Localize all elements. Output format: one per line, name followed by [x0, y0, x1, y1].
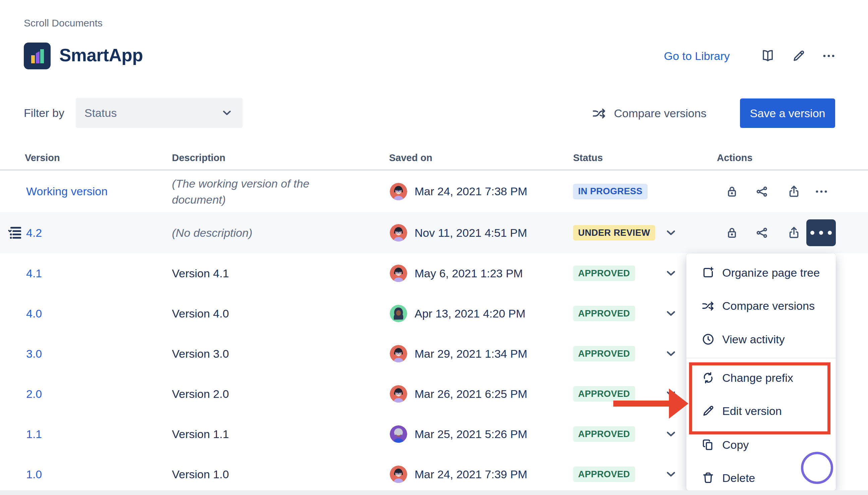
saved-on-date: Mar 26, 2021 6:25 PM — [415, 388, 527, 400]
go-to-library-link[interactable]: Go to Library — [664, 50, 730, 63]
version-description: Version 2.0 — [172, 386, 339, 402]
table-row-working-version: Working version(The working version of t… — [0, 170, 868, 212]
lock-icon[interactable] — [725, 185, 739, 199]
status-chevron-down-icon[interactable] — [664, 226, 678, 239]
version-description: Version 4.1 — [172, 265, 339, 281]
version-link[interactable]: 4.0 — [26, 307, 42, 320]
scroll-documents-screen: Scroll Documents SmartApp Go to Library … — [0, 0, 868, 495]
avatar — [390, 465, 407, 483]
saved-on-date: Apr 13, 2021 4:20 PM — [415, 307, 525, 320]
version-link[interactable]: 1.0 — [26, 468, 42, 481]
version-link[interactable]: 4.1 — [26, 267, 42, 280]
saved-on-date: Mar 24, 2021 7:39 PM — [415, 468, 527, 481]
shuffle-icon — [701, 299, 715, 312]
annotation-arrow-head — [669, 389, 688, 419]
saved-on-date: Mar 29, 2021 1:34 PM — [415, 347, 527, 360]
annotation-highlight-box — [689, 362, 831, 434]
bar-chart-logo-icon — [24, 42, 51, 69]
avatar — [390, 425, 407, 443]
version-description: (No description) — [172, 225, 339, 241]
version-link[interactable]: 1.1 — [26, 428, 42, 441]
annotation-circle — [801, 452, 833, 484]
compare-versions-button[interactable]: Compare versions — [592, 106, 706, 121]
menu-item-label: View activity — [722, 333, 785, 346]
row-more-actions-button-active[interactable] — [806, 219, 836, 246]
trash-icon — [701, 471, 715, 484]
saved-on-date: Mar 24, 2021 7:38 PM — [415, 185, 527, 198]
avatar — [390, 305, 407, 322]
menu-item-label: Compare versions — [722, 300, 815, 312]
status-filter-value: Status — [84, 106, 117, 120]
page-title: SmartApp — [59, 45, 143, 65]
menu-item-view-activity[interactable]: View activity — [686, 323, 836, 355]
share-icon[interactable] — [755, 185, 769, 199]
lock-icon[interactable] — [725, 226, 739, 240]
annotation-arrow — [613, 400, 670, 407]
export-icon[interactable] — [787, 226, 801, 240]
saved-on-date: May 6, 2021 1:23 PM — [415, 267, 523, 280]
compare-versions-label: Compare versions — [614, 107, 706, 120]
share-icon[interactable] — [755, 226, 769, 240]
status-chevron-down-icon[interactable] — [664, 267, 678, 280]
status-badge: APPROVED — [573, 466, 635, 482]
version-link[interactable]: 4.2 — [26, 226, 42, 239]
status-badge: IN PROGRESS — [573, 184, 648, 199]
app-logo — [24, 42, 51, 69]
clock-icon — [701, 332, 715, 346]
version-link[interactable]: Working version — [26, 185, 107, 198]
column-header-saved-on: Saved on — [389, 152, 432, 164]
column-header-version: Version — [25, 152, 60, 164]
status-chevron-down-icon[interactable] — [664, 307, 678, 320]
current-version-icon — [7, 212, 24, 253]
status-badge: APPROVED — [573, 386, 635, 402]
version-link[interactable]: 3.0 — [26, 347, 42, 360]
status-badge: APPROVED — [573, 266, 635, 281]
version-description: (The working version of the document) — [172, 175, 339, 208]
column-header-status: Status — [573, 152, 603, 164]
avatar — [390, 345, 407, 362]
version-description: Version 1.1 — [172, 426, 339, 442]
status-badge: APPROVED — [573, 426, 635, 442]
status-chevron-down-icon[interactable] — [664, 427, 678, 441]
save-version-button[interactable]: Save a version — [740, 99, 835, 128]
book-icon[interactable] — [761, 49, 775, 64]
status-chevron-down-icon[interactable] — [664, 347, 678, 360]
menu-item-label: Copy — [722, 439, 749, 451]
chevron-down-icon — [220, 106, 233, 119]
version-description: Version 3.0 — [172, 346, 339, 362]
saved-on-date: Mar 25, 2021 5:26 PM — [415, 428, 527, 441]
avatar — [390, 385, 407, 403]
menu-divider — [686, 358, 836, 358]
version-description: Version 1.0 — [172, 466, 339, 482]
breadcrumb[interactable]: Scroll Documents — [24, 17, 103, 29]
row-more-actions-icon[interactable] — [814, 185, 829, 199]
version-description: Version 4.0 — [172, 305, 339, 322]
column-header-actions: Actions — [717, 152, 752, 164]
version-link[interactable]: 2.0 — [26, 388, 42, 400]
status-badge: APPROVED — [573, 346, 635, 361]
status-badge: APPROVED — [573, 306, 635, 321]
export-icon[interactable] — [787, 185, 801, 199]
status-filter-dropdown[interactable]: Status — [76, 98, 243, 128]
page-add-icon — [701, 266, 715, 279]
filter-by-label: Filter by — [24, 106, 64, 120]
table-row-4.2: 4.2(No description) Nov 11, 2021 4:51 PM… — [0, 212, 868, 253]
status-chevron-down-icon[interactable] — [664, 467, 678, 481]
shuffle-icon — [592, 106, 606, 121]
pencil-icon[interactable] — [791, 49, 806, 64]
menu-item-label: Organize page tree — [722, 266, 820, 279]
menu-item-label: Delete — [722, 472, 755, 484]
saved-on-date: Nov 11, 2021 4:51 PM — [415, 226, 527, 239]
page-bottom-edge — [0, 490, 868, 495]
menu-item-organize-page-tree[interactable]: Organize page tree — [686, 257, 836, 289]
avatar — [390, 183, 407, 200]
avatar — [390, 224, 407, 241]
column-header-description: Description — [172, 152, 226, 164]
status-badge: UNDER REVIEW — [573, 225, 655, 240]
more-horizontal-icon[interactable] — [822, 49, 836, 64]
avatar — [390, 264, 407, 282]
menu-item-compare-versions[interactable]: Compare versions — [686, 290, 836, 322]
copy-icon — [701, 438, 715, 451]
